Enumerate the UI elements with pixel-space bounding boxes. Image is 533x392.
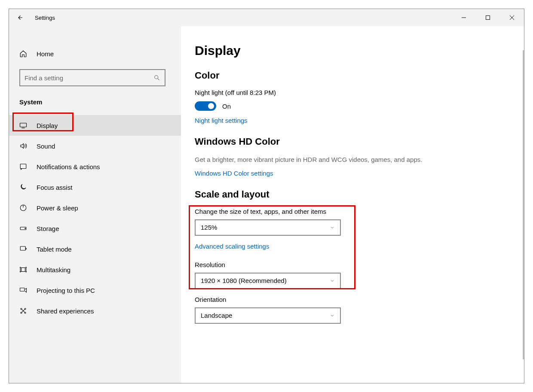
resolution-select[interactable]: 1920 × 1080 (Recommended)	[195, 273, 341, 289]
resolution-label: Resolution	[195, 261, 472, 268]
night-light-settings-link[interactable]: Night light settings	[195, 117, 248, 124]
sidebar-item-label: Storage	[33, 225, 59, 232]
night-light-toggle[interactable]	[195, 101, 216, 111]
sidebar-item-label: Sound	[33, 143, 55, 150]
monitor-icon	[19, 122, 33, 129]
moon-icon	[19, 183, 33, 191]
share-icon	[19, 307, 33, 315]
home-label: Home	[33, 50, 54, 58]
back-button[interactable]	[9, 9, 31, 26]
svg-rect-1	[486, 16, 490, 20]
svg-point-24	[21, 312, 22, 313]
hdcolor-description: Get a brighter, more vibrant picture in …	[195, 155, 427, 164]
search-input[interactable]	[25, 74, 153, 82]
sidebar-item-label: Multitasking	[33, 266, 70, 273]
page-title: Display	[195, 43, 472, 58]
sidebar-item-focus-assist[interactable]: Focus assist	[9, 177, 181, 198]
maximize-button[interactable]	[476, 9, 500, 26]
sidebar-item-shared-experiences[interactable]: Shared experiences	[9, 301, 181, 321]
minimize-button[interactable]	[452, 9, 476, 26]
speaker-icon	[19, 142, 33, 150]
sidebar-item-tablet-mode[interactable]: Tablet mode	[9, 239, 181, 259]
sidebar-item-label: Focus assist	[33, 184, 72, 191]
sidebar-item-label: Shared experiences	[33, 307, 94, 315]
advanced-scaling-link[interactable]: Advanced scaling settings	[195, 243, 269, 250]
svg-point-4	[155, 76, 158, 79]
storage-icon	[19, 225, 33, 232]
orientation-label: Orientation	[195, 296, 472, 303]
close-icon	[509, 15, 515, 20]
sidebar-item-label: Notifications & actions	[33, 163, 100, 170]
sidebar-item-sound[interactable]: Sound	[9, 136, 181, 156]
chevron-down-icon	[330, 313, 335, 318]
svg-point-22	[21, 308, 22, 310]
home-icon	[19, 50, 33, 58]
search-input-wrap[interactable]	[19, 69, 165, 86]
multitask-icon	[19, 266, 33, 273]
resolution-value: 1920 × 1080 (Recommended)	[201, 277, 287, 284]
chevron-down-icon	[330, 225, 335, 230]
sidebar-item-display[interactable]: Display	[9, 115, 181, 136]
sidebar-item-power-sleep[interactable]: Power & sleep	[9, 198, 181, 218]
app-title: Settings	[31, 15, 55, 21]
svg-rect-13	[20, 246, 25, 250]
svg-point-12	[25, 228, 26, 229]
titlebar: Settings	[9, 9, 524, 26]
search-icon	[153, 74, 160, 81]
scrollbar[interactable]	[523, 50, 524, 359]
toggle-state-label: On	[222, 103, 231, 110]
sidebar-item-storage[interactable]: Storage	[9, 218, 181, 239]
sidebar-item-multitasking[interactable]: Multitasking	[9, 259, 181, 280]
section-color-heading: Color	[195, 70, 472, 81]
minimize-icon	[461, 15, 466, 20]
svg-line-5	[158, 79, 159, 80]
svg-point-23	[25, 308, 26, 310]
sidebar-item-label: Projecting to this PC	[33, 287, 95, 294]
svg-rect-21	[20, 288, 25, 292]
night-light-status: Night light (off until 8:23 PM)	[195, 89, 472, 96]
section-scale-heading: Scale and layout	[195, 189, 472, 200]
window-controls	[452, 9, 524, 26]
sidebar-item-label: Power & sleep	[33, 204, 78, 212]
close-button[interactable]	[500, 9, 524, 26]
sidebar-group-label: System	[9, 90, 181, 111]
sidebar-item-projecting[interactable]: Projecting to this PC	[9, 280, 181, 301]
scale-value: 125%	[201, 224, 217, 231]
notification-icon	[19, 163, 33, 170]
chevron-down-icon	[330, 278, 335, 283]
maximize-icon	[485, 15, 490, 20]
section-hdcolor-heading: Windows HD Color	[195, 136, 472, 147]
power-icon	[19, 204, 33, 212]
orientation-value: Landscape	[201, 312, 232, 319]
svg-rect-6	[20, 123, 27, 127]
back-arrow-icon	[16, 14, 24, 21]
main-panel: Display Color Night light (off until 8:2…	[181, 26, 524, 383]
sidebar-nav-list: Display Sound Notifications & actions Fo…	[9, 115, 181, 321]
svg-rect-8	[20, 164, 26, 169]
hdcolor-settings-link[interactable]: Windows HD Color settings	[195, 170, 273, 177]
sidebar: Home System Display Sound	[9, 26, 181, 383]
sidebar-item-notifications[interactable]: Notifications & actions	[9, 156, 181, 177]
svg-rect-14	[21, 268, 25, 272]
scale-change-label: Change the size of text, apps, and other…	[195, 208, 472, 215]
scale-select[interactable]: 125%	[195, 219, 341, 236]
sidebar-item-label: Display	[33, 122, 58, 129]
orientation-select[interactable]: Landscape	[195, 307, 341, 324]
settings-window: Settings Home	[9, 9, 524, 383]
content-area: Home System Display Sound	[9, 26, 524, 383]
project-icon	[19, 286, 33, 294]
tablet-icon	[19, 245, 33, 253]
svg-point-25	[25, 312, 26, 313]
home-nav[interactable]: Home	[9, 43, 181, 64]
sidebar-item-label: Tablet mode	[33, 246, 72, 253]
